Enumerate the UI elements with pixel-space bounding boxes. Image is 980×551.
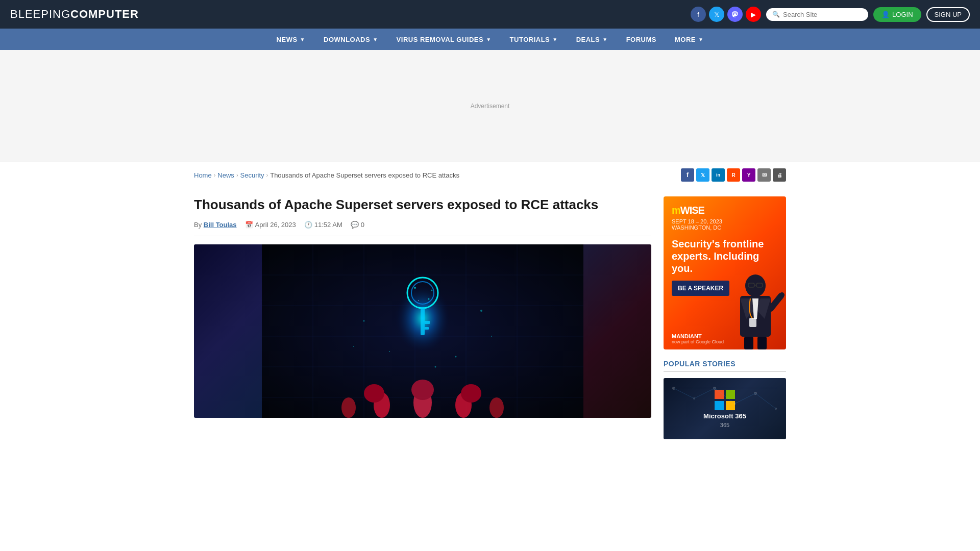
search-box[interactable]: 🔍 (766, 8, 868, 21)
sidebar-advertisement[interactable]: mWISE SEPT 18 – 20, 2023WASHINGTON, DC S… (664, 196, 786, 349)
social-icons: f 𝕏 ▶ (691, 7, 761, 22)
ad-cta-button[interactable]: BE A SPEAKER (672, 281, 729, 296)
comment-icon: 💬 (351, 221, 359, 229)
breadcrumb-sep-2: › (236, 172, 238, 178)
article-time: 🕐 11:52 AM (304, 221, 342, 229)
user-icon: 👤 (881, 11, 890, 18)
article-hero-image (194, 244, 651, 418)
svg-rect-15 (425, 321, 430, 324)
nav-news-arrow: ▼ (300, 37, 305, 42)
svg-rect-48 (757, 337, 767, 349)
article-layout: Thousands of Apache Superset servers exp… (194, 196, 786, 439)
article-author[interactable]: Bill Toulas (204, 221, 237, 229)
ad-person-image (725, 268, 786, 349)
nav-more[interactable]: MORE ▼ (666, 29, 713, 50)
article-comments[interactable]: 💬 0 (351, 221, 364, 229)
svg-point-17 (414, 287, 416, 289)
breadcrumb-news[interactable]: News (217, 171, 234, 179)
yahoo-share-button[interactable]: Y (742, 168, 755, 182)
svg-point-20 (428, 298, 430, 299)
svg-point-33 (455, 356, 457, 357)
svg-point-32 (491, 336, 492, 337)
svg-point-31 (480, 310, 482, 312)
svg-line-63 (755, 393, 776, 409)
site-header: BLEEPINGCOMPUTER f 𝕏 ▶ 🔍 👤 LOGIN SIGN UP (0, 0, 980, 29)
main-nav: NEWS ▼ DOWNLOADS ▼ VIRUS REMOVAL GUIDES … (0, 29, 980, 50)
nav-virus-arrow: ▼ (486, 37, 491, 42)
youtube-icon[interactable]: ▶ (746, 7, 761, 22)
linkedin-share-button[interactable]: in (712, 168, 725, 182)
article-title: Thousands of Apache Superset servers exp… (194, 196, 651, 214)
svg-point-28 (489, 397, 504, 418)
twitter-share-button[interactable]: 𝕏 (696, 168, 709, 182)
ad-date-location: SEPT 18 – 20, 2023WASHINGTON, DC (672, 218, 778, 231)
ad-mandiant-logo: MANDIANTnow part of Google Cloud (672, 333, 724, 344)
email-share-button[interactable]: ✉ (757, 168, 771, 182)
article-date: 📅 April 26, 2023 (245, 221, 296, 229)
logo-bold: COMPUTER (70, 8, 139, 20)
breadcrumb-home[interactable]: Home (194, 171, 212, 179)
nav-virus-removal[interactable]: VIRUS REMOVAL GUIDES ▼ (387, 29, 501, 50)
svg-point-19 (418, 300, 419, 301)
article-sidebar: mWISE SEPT 18 – 20, 2023WASHINGTON, DC S… (664, 196, 786, 439)
svg-line-59 (674, 388, 694, 398)
ad-banner-top: Advertisement (0, 50, 980, 162)
logo-light: BLEEPING (10, 8, 70, 20)
breadcrumb-bar: Home › News › Security › Thousands of Ap… (194, 162, 786, 188)
mastodon-icon[interactable] (727, 7, 743, 22)
svg-rect-16 (425, 327, 429, 330)
nav-news[interactable]: NEWS ▼ (267, 29, 314, 50)
nav-deals[interactable]: DEALS ▼ (567, 29, 617, 50)
svg-point-18 (431, 289, 433, 291)
share-icons: f 𝕏 in R Y ✉ 🖨 (681, 168, 786, 182)
svg-point-35 (435, 366, 436, 367)
article-meta: By Bill Toulas 📅 April 26, 2023 🕐 11:52 … (194, 221, 651, 236)
signup-button[interactable]: SIGN UP (926, 7, 970, 22)
breadcrumb: Home › News › Security › Thousands of Ap… (194, 171, 459, 179)
calendar-icon: 📅 (245, 221, 253, 229)
login-button[interactable]: 👤 LOGIN (873, 7, 921, 22)
svg-point-26 (461, 384, 481, 403)
svg-point-45 (779, 292, 785, 297)
popular-stories-section: POPULAR STORIES Microsoft 365 365 (664, 360, 786, 439)
twitter-icon[interactable]: 𝕏 (709, 7, 724, 22)
article-main: Thousands of Apache Superset servers exp… (194, 196, 651, 418)
svg-line-60 (694, 388, 715, 398)
nav-tutorials[interactable]: TUTORIALS ▼ (501, 29, 567, 50)
popular-story-image[interactable]: Microsoft 365 365 (664, 378, 786, 439)
popular-stories-title: POPULAR STORIES (664, 360, 786, 372)
svg-point-29 (363, 320, 365, 321)
search-input[interactable] (783, 11, 862, 18)
search-icon: 🔍 (772, 11, 780, 18)
breadcrumb-sep-3: › (266, 172, 268, 178)
nav-downloads-arrow: ▼ (373, 37, 378, 42)
facebook-icon[interactable]: f (691, 7, 706, 22)
facebook-share-button[interactable]: f (681, 168, 694, 182)
svg-point-22 (411, 380, 434, 400)
header-right: f 𝕏 ▶ 🔍 👤 LOGIN SIGN UP (691, 7, 970, 22)
breadcrumb-current: Thousands of Apache Superset servers exp… (270, 171, 459, 179)
svg-rect-14 (421, 307, 425, 335)
reddit-share-button[interactable]: R (727, 168, 740, 182)
nav-deals-arrow: ▼ (602, 37, 607, 42)
svg-point-34 (389, 351, 390, 352)
site-logo[interactable]: BLEEPINGCOMPUTER (10, 8, 139, 21)
svg-rect-46 (749, 318, 756, 327)
mwise-logo: mWISE (672, 205, 704, 216)
nav-more-arrow: ▼ (698, 37, 703, 42)
clock-icon: 🕐 (304, 221, 312, 229)
svg-point-24 (364, 384, 384, 403)
breadcrumb-security[interactable]: Security (240, 171, 264, 179)
svg-line-62 (735, 393, 755, 404)
svg-rect-47 (744, 337, 753, 349)
svg-point-30 (353, 346, 354, 347)
main-container: Home › News › Security › Thousands of Ap… (184, 162, 796, 439)
breadcrumb-sep-1: › (214, 172, 216, 178)
svg-line-61 (715, 388, 735, 404)
nav-forums[interactable]: FORUMS (617, 29, 666, 50)
svg-line-44 (771, 296, 781, 309)
nav-downloads[interactable]: DOWNLOADS ▼ (314, 29, 387, 50)
svg-point-27 (341, 397, 356, 418)
nav-tutorials-arrow: ▼ (552, 37, 557, 42)
print-share-button[interactable]: 🖨 (773, 168, 786, 182)
